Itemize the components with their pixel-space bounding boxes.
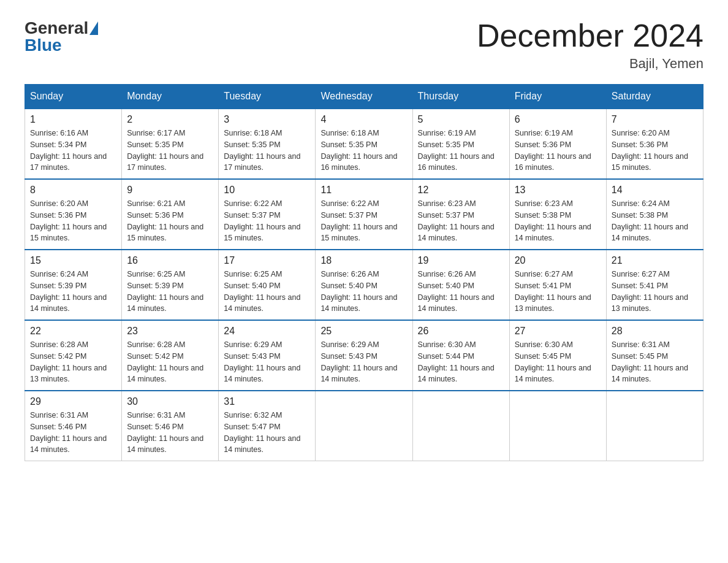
title-section: December 2024 Bajil, Yemen (477, 18, 703, 72)
day-info: Sunrise: 6:27 AMSunset: 5:41 PMDaylight:… (515, 269, 601, 315)
day-number: 1 (30, 114, 116, 125)
day-number: 23 (127, 326, 213, 337)
day-number: 6 (515, 114, 601, 125)
logo-blue-text: Blue (25, 36, 62, 55)
calendar-body: 1 Sunrise: 6:16 AMSunset: 5:34 PMDayligh… (25, 109, 703, 461)
day-number: 13 (515, 185, 601, 196)
calendar-cell (606, 391, 703, 461)
calendar-week-row: 1 Sunrise: 6:16 AMSunset: 5:34 PMDayligh… (25, 109, 703, 179)
day-info: Sunrise: 6:26 AMSunset: 5:40 PMDaylight:… (320, 269, 407, 315)
day-info: Sunrise: 6:21 AMSunset: 5:36 PMDaylight:… (127, 198, 213, 244)
weekday-header-monday: Monday (122, 85, 219, 109)
calendar-cell: 5 Sunrise: 6:19 AMSunset: 5:35 PMDayligh… (412, 109, 509, 179)
calendar-header: SundayMondayTuesdayWednesdayThursdayFrid… (25, 85, 703, 109)
calendar-cell: 9 Sunrise: 6:21 AMSunset: 5:36 PMDayligh… (122, 179, 219, 250)
day-number: 22 (30, 326, 116, 337)
day-info: Sunrise: 6:18 AMSunset: 5:35 PMDaylight:… (224, 128, 310, 174)
calendar-week-row: 29 Sunrise: 6:31 AMSunset: 5:46 PMDaylig… (25, 391, 703, 461)
calendar-cell: 27 Sunrise: 6:30 AMSunset: 5:45 PMDaylig… (509, 320, 606, 391)
calendar-cell: 19 Sunrise: 6:26 AMSunset: 5:40 PMDaylig… (412, 250, 509, 320)
day-number: 15 (30, 255, 116, 266)
calendar-cell: 14 Sunrise: 6:24 AMSunset: 5:38 PMDaylig… (606, 179, 703, 250)
calendar-cell (509, 391, 606, 461)
calendar-week-row: 15 Sunrise: 6:24 AMSunset: 5:39 PMDaylig… (25, 250, 703, 320)
day-number: 27 (515, 326, 601, 337)
calendar-cell: 23 Sunrise: 6:28 AMSunset: 5:42 PMDaylig… (122, 320, 219, 391)
day-info: Sunrise: 6:20 AMSunset: 5:36 PMDaylight:… (612, 128, 698, 174)
calendar-cell: 11 Sunrise: 6:22 AMSunset: 5:37 PMDaylig… (316, 179, 412, 250)
calendar-cell (316, 391, 412, 461)
weekday-header-thursday: Thursday (412, 85, 509, 109)
day-info: Sunrise: 6:19 AMSunset: 5:35 PMDaylight:… (418, 128, 504, 174)
day-number: 28 (612, 326, 698, 337)
calendar-cell: 13 Sunrise: 6:23 AMSunset: 5:38 PMDaylig… (509, 179, 606, 250)
calendar-cell: 1 Sunrise: 6:16 AMSunset: 5:34 PMDayligh… (25, 109, 122, 179)
day-info: Sunrise: 6:25 AMSunset: 5:39 PMDaylight:… (127, 269, 213, 315)
calendar-cell: 28 Sunrise: 6:31 AMSunset: 5:45 PMDaylig… (606, 320, 703, 391)
day-info: Sunrise: 6:22 AMSunset: 5:37 PMDaylight:… (320, 198, 407, 244)
calendar-cell: 17 Sunrise: 6:25 AMSunset: 5:40 PMDaylig… (219, 250, 316, 320)
day-number: 26 (418, 326, 504, 337)
day-info: Sunrise: 6:22 AMSunset: 5:37 PMDaylight:… (224, 198, 310, 244)
calendar-week-row: 8 Sunrise: 6:20 AMSunset: 5:36 PMDayligh… (25, 179, 703, 250)
day-info: Sunrise: 6:20 AMSunset: 5:36 PMDaylight:… (30, 198, 116, 244)
day-info: Sunrise: 6:27 AMSunset: 5:41 PMDaylight:… (612, 269, 698, 315)
day-info: Sunrise: 6:19 AMSunset: 5:36 PMDaylight:… (515, 128, 601, 174)
day-info: Sunrise: 6:23 AMSunset: 5:38 PMDaylight:… (515, 198, 601, 244)
day-number: 11 (320, 185, 407, 196)
calendar-cell: 20 Sunrise: 6:27 AMSunset: 5:41 PMDaylig… (509, 250, 606, 320)
day-info: Sunrise: 6:29 AMSunset: 5:43 PMDaylight:… (224, 339, 310, 385)
day-number: 21 (612, 255, 698, 266)
calendar-cell: 7 Sunrise: 6:20 AMSunset: 5:36 PMDayligh… (606, 109, 703, 179)
day-number: 8 (30, 185, 116, 196)
day-number: 7 (612, 114, 698, 125)
weekday-header-sunday: Sunday (25, 85, 122, 109)
calendar-cell: 15 Sunrise: 6:24 AMSunset: 5:39 PMDaylig… (25, 250, 122, 320)
weekday-header-friday: Friday (509, 85, 606, 109)
calendar-cell (412, 391, 509, 461)
day-number: 25 (320, 326, 407, 337)
day-number: 17 (224, 255, 310, 266)
calendar-cell: 10 Sunrise: 6:22 AMSunset: 5:37 PMDaylig… (219, 179, 316, 250)
weekday-header-tuesday: Tuesday (219, 85, 316, 109)
day-info: Sunrise: 6:24 AMSunset: 5:38 PMDaylight:… (612, 198, 698, 244)
day-number: 24 (224, 326, 310, 337)
calendar-cell: 26 Sunrise: 6:30 AMSunset: 5:44 PMDaylig… (412, 320, 509, 391)
day-number: 10 (224, 185, 310, 196)
calendar-cell: 30 Sunrise: 6:31 AMSunset: 5:46 PMDaylig… (122, 391, 219, 461)
day-number: 12 (418, 185, 504, 196)
calendar-cell: 2 Sunrise: 6:17 AMSunset: 5:35 PMDayligh… (122, 109, 219, 179)
day-info: Sunrise: 6:32 AMSunset: 5:47 PMDaylight:… (224, 410, 310, 456)
location-label: Bajil, Yemen (477, 56, 703, 72)
day-number: 14 (612, 185, 698, 196)
day-info: Sunrise: 6:31 AMSunset: 5:45 PMDaylight:… (612, 339, 698, 385)
calendar-cell: 8 Sunrise: 6:20 AMSunset: 5:36 PMDayligh… (25, 179, 122, 250)
day-number: 20 (515, 255, 601, 266)
calendar-week-row: 22 Sunrise: 6:28 AMSunset: 5:42 PMDaylig… (25, 320, 703, 391)
calendar-cell: 21 Sunrise: 6:27 AMSunset: 5:41 PMDaylig… (606, 250, 703, 320)
day-info: Sunrise: 6:30 AMSunset: 5:44 PMDaylight:… (418, 339, 504, 385)
day-info: Sunrise: 6:30 AMSunset: 5:45 PMDaylight:… (515, 339, 601, 385)
day-number: 3 (224, 114, 310, 125)
day-info: Sunrise: 6:18 AMSunset: 5:35 PMDaylight:… (320, 128, 407, 174)
day-info: Sunrise: 6:26 AMSunset: 5:40 PMDaylight:… (418, 269, 504, 315)
calendar-cell: 31 Sunrise: 6:32 AMSunset: 5:47 PMDaylig… (219, 391, 316, 461)
calendar-cell: 18 Sunrise: 6:26 AMSunset: 5:40 PMDaylig… (316, 250, 412, 320)
logo-triangle-icon (89, 21, 98, 35)
calendar-cell: 12 Sunrise: 6:23 AMSunset: 5:37 PMDaylig… (412, 179, 509, 250)
day-info: Sunrise: 6:25 AMSunset: 5:40 PMDaylight:… (224, 269, 310, 315)
calendar-cell: 22 Sunrise: 6:28 AMSunset: 5:42 PMDaylig… (25, 320, 122, 391)
day-info: Sunrise: 6:31 AMSunset: 5:46 PMDaylight:… (30, 410, 116, 456)
calendar-cell: 24 Sunrise: 6:29 AMSunset: 5:43 PMDaylig… (219, 320, 316, 391)
day-info: Sunrise: 6:23 AMSunset: 5:37 PMDaylight:… (418, 198, 504, 244)
calendar-cell: 3 Sunrise: 6:18 AMSunset: 5:35 PMDayligh… (219, 109, 316, 179)
calendar-cell: 6 Sunrise: 6:19 AMSunset: 5:36 PMDayligh… (509, 109, 606, 179)
day-number: 9 (127, 185, 213, 196)
calendar-cell: 25 Sunrise: 6:29 AMSunset: 5:43 PMDaylig… (316, 320, 412, 391)
day-info: Sunrise: 6:24 AMSunset: 5:39 PMDaylight:… (30, 269, 116, 315)
calendar-cell: 4 Sunrise: 6:18 AMSunset: 5:35 PMDayligh… (316, 109, 412, 179)
calendar-cell: 16 Sunrise: 6:25 AMSunset: 5:39 PMDaylig… (122, 250, 219, 320)
calendar-cell: 29 Sunrise: 6:31 AMSunset: 5:46 PMDaylig… (25, 391, 122, 461)
day-number: 16 (127, 255, 213, 266)
day-number: 2 (127, 114, 213, 125)
